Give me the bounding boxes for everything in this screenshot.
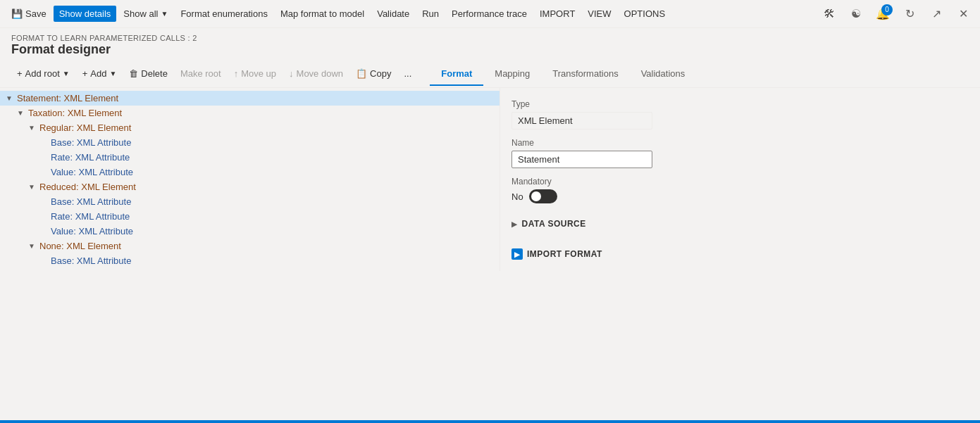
tree-item-reduced-value-label: Value: XML Attribute xyxy=(51,226,133,236)
tab-transformations[interactable]: Transformations xyxy=(541,63,629,86)
save-button[interactable]: 💾 Save xyxy=(6,6,52,22)
format-tabs: Format Mapping Transformations Validatio… xyxy=(430,63,696,84)
add-button[interactable]: + Add ▼ xyxy=(77,65,123,82)
add-root-button[interactable]: + Add root ▼ xyxy=(11,65,75,82)
expander-reduced-base-icon xyxy=(39,198,51,206)
expander-reduced-value-icon xyxy=(39,227,51,235)
type-label: Type xyxy=(511,99,969,109)
tab-mapping[interactable]: Mapping xyxy=(483,63,541,86)
tree-item-regular-rate-label: Rate: XML Attribute xyxy=(51,152,130,163)
expander-taxation-icon: ▼ xyxy=(17,109,28,117)
bottom-blue-bar xyxy=(0,420,980,423)
tree-item-none[interactable]: ▼ None: XML Element xyxy=(0,239,500,253)
import-format-label: IMPORT FORMAT xyxy=(527,249,602,259)
show-details-button[interactable]: Show details xyxy=(54,6,117,22)
name-field: Name xyxy=(511,138,969,168)
import-format-section: ▶ IMPORT FORMAT xyxy=(511,244,969,264)
make-root-button: Make root xyxy=(175,65,227,82)
tree-panel-wrap: ▼ Statement: XML Element ▼ Taxation: XML… xyxy=(0,88,500,418)
dev-tools-icon-button[interactable]: 🛠 xyxy=(818,3,841,25)
toolbar-right-icons: 🛠 ☯ 🔔 0 ↻ ↗ ✕ xyxy=(818,3,974,25)
expander-regular-base-icon xyxy=(39,139,51,146)
move-up-button: ↑ Move up xyxy=(228,65,282,82)
tree-item-none-base-label: Base: XML Attribute xyxy=(51,255,131,266)
mandatory-toggle-label: No xyxy=(511,191,523,202)
mandatory-field: Mandatory No xyxy=(511,177,969,203)
expander-statement-icon: ▼ xyxy=(6,94,17,102)
data-source-header[interactable]: ▶ DATA SOURCE xyxy=(511,215,969,233)
main-content: ▼ Statement: XML Element ▼ Taxation: XML… xyxy=(0,88,980,418)
performance-trace-button[interactable]: Performance trace xyxy=(446,6,533,22)
tree-item-reduced-base-label: Base: XML Attribute xyxy=(51,196,131,207)
mandatory-toggle[interactable] xyxy=(529,189,557,203)
name-input[interactable] xyxy=(511,151,652,168)
tree-item-statement[interactable]: ▼ Statement: XML Element xyxy=(0,91,500,106)
tree-item-regular-base-label: Base: XML Attribute xyxy=(51,137,131,148)
form-area: Type Name Mandatory No ▶ DATA SO xyxy=(500,88,980,275)
expander-regular-icon: ▼ xyxy=(28,124,39,132)
right-panel: Type Name Mandatory No ▶ DATA SO xyxy=(500,88,980,418)
tree-item-reduced-rate-label: Rate: XML Attribute xyxy=(51,211,130,222)
more-options-button[interactable]: ... xyxy=(398,65,417,82)
tree-item-regular-rate[interactable]: Rate: XML Attribute xyxy=(0,150,500,165)
move-down-arrow-icon: ↓ xyxy=(289,68,294,79)
tree-item-none-label: None: XML Element xyxy=(39,241,121,251)
type-field: Type xyxy=(511,99,969,130)
add-plus-icon: + xyxy=(82,68,88,79)
tree-panel: ▼ Statement: XML Element ▼ Taxation: XML… xyxy=(0,88,500,271)
delete-trash-icon: 🗑 xyxy=(129,68,138,79)
page-header: FORMAT TO LEARN PARAMETERIZED CALLS : 2 … xyxy=(0,28,980,60)
expander-reduced-icon: ▼ xyxy=(28,183,39,191)
tab-validations[interactable]: Validations xyxy=(630,63,697,86)
tab-format[interactable]: Format xyxy=(430,63,483,86)
tree-item-regular-label: Regular: XML Element xyxy=(39,122,131,133)
move-down-button: ↓ Move down xyxy=(283,65,349,82)
main-toolbar: 💾 Save Show details Show all ▼ Format en… xyxy=(0,0,980,28)
expander-regular-value-icon xyxy=(39,168,51,176)
tree-item-reduced-value[interactable]: Value: XML Attribute xyxy=(0,224,500,239)
tree-item-taxation-label: Taxation: XML Element xyxy=(28,108,122,118)
data-source-label: DATA SOURCE xyxy=(522,219,586,229)
tree-item-reduced[interactable]: ▼ Reduced: XML Element xyxy=(0,179,500,194)
page-title: Format designer xyxy=(11,42,969,57)
expander-reduced-rate-icon xyxy=(39,213,51,220)
office-icon-button[interactable]: ☯ xyxy=(845,3,867,25)
delete-button[interactable]: 🗑 Delete xyxy=(123,65,173,82)
add-chevron-icon: ▼ xyxy=(109,70,116,77)
show-all-button[interactable]: Show all ▼ xyxy=(118,6,173,22)
copy-button[interactable]: 📋 Copy xyxy=(350,65,397,82)
import-button[interactable]: IMPORT xyxy=(534,6,581,22)
format-enumerations-button[interactable]: Format enumerations xyxy=(175,6,273,22)
expander-regular-rate-icon xyxy=(39,153,51,161)
copy-icon: 📋 xyxy=(356,68,367,79)
data-source-section: ▶ DATA SOURCE xyxy=(511,215,969,233)
expander-none-icon: ▼ xyxy=(28,242,39,250)
tree-item-statement-label: Statement: XML Element xyxy=(17,93,118,103)
open-in-new-icon-button[interactable]: ↗ xyxy=(925,3,948,25)
run-button[interactable]: Run xyxy=(416,6,445,22)
tree-item-none-base[interactable]: Base: XML Attribute xyxy=(0,253,500,268)
show-all-chevron-icon: ▼ xyxy=(161,10,168,18)
data-source-arrow-icon: ▶ xyxy=(511,220,518,228)
move-up-arrow-icon: ↑ xyxy=(234,68,239,79)
tree-item-reduced-label: Reduced: XML Element xyxy=(39,182,136,192)
save-icon: 💾 xyxy=(11,8,23,19)
tree-item-regular-value-label: Value: XML Attribute xyxy=(51,167,133,177)
tree-item-regular[interactable]: ▼ Regular: XML Element xyxy=(0,120,500,135)
refresh-icon-button[interactable]: ↻ xyxy=(898,3,921,25)
type-input[interactable] xyxy=(511,112,652,130)
import-format-header[interactable]: ▶ IMPORT FORMAT xyxy=(511,244,969,264)
view-button[interactable]: VIEW xyxy=(582,6,616,22)
mandatory-toggle-row: No xyxy=(511,189,969,203)
close-icon-button[interactable]: ✕ xyxy=(952,3,974,25)
action-bar: + Add root ▼ + Add ▼ 🗑 Delete Make root … xyxy=(0,60,980,88)
tree-item-regular-base[interactable]: Base: XML Attribute xyxy=(0,135,500,150)
add-root-plus-icon: + xyxy=(17,68,23,79)
tree-item-taxation[interactable]: ▼ Taxation: XML Element xyxy=(0,106,500,120)
tree-item-reduced-rate[interactable]: Rate: XML Attribute xyxy=(0,209,500,224)
options-button[interactable]: OPTIONS xyxy=(619,6,671,22)
tree-item-reduced-base[interactable]: Base: XML Attribute xyxy=(0,194,500,209)
map-format-to-model-button[interactable]: Map format to model xyxy=(275,6,370,22)
validate-button[interactable]: Validate xyxy=(371,6,415,22)
tree-item-regular-value[interactable]: Value: XML Attribute xyxy=(0,165,500,179)
